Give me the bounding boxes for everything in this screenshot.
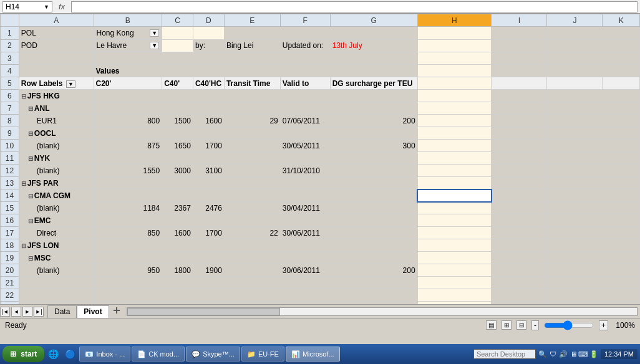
cell-C7[interactable] bbox=[162, 102, 193, 115]
cell-J2[interactable] bbox=[547, 39, 603, 52]
cell-E4[interactable] bbox=[224, 65, 280, 77]
cell-C1[interactable] bbox=[162, 27, 193, 40]
cell-D11[interactable] bbox=[193, 152, 224, 165]
cell-I23[interactable] bbox=[492, 302, 547, 305]
cell-B14[interactable] bbox=[94, 189, 162, 202]
cell-B17[interactable]: 850 bbox=[94, 227, 162, 239]
cell-J3[interactable] bbox=[547, 52, 603, 65]
cell-D7[interactable] bbox=[193, 102, 224, 115]
cell-K17[interactable] bbox=[603, 227, 640, 239]
cell-J9[interactable] bbox=[547, 127, 603, 140]
cell-G3[interactable] bbox=[330, 52, 417, 65]
cell-A16[interactable]: ⊟EMC bbox=[19, 214, 94, 227]
cell-E7[interactable] bbox=[224, 102, 280, 115]
dropdown-icon-B1[interactable]: ▼ bbox=[150, 29, 159, 37]
cell-B18[interactable] bbox=[94, 239, 162, 252]
cell-K1[interactable] bbox=[603, 27, 640, 40]
cell-A14[interactable]: ⊟CMA CGM bbox=[19, 189, 94, 202]
cell-A22[interactable] bbox=[19, 289, 94, 302]
cell-J18[interactable] bbox=[547, 239, 603, 252]
cell-I10[interactable] bbox=[492, 140, 547, 152]
cell-J11[interactable] bbox=[547, 152, 603, 165]
tab-prev-btn[interactable]: ◄ bbox=[11, 307, 21, 317]
cell-E3[interactable] bbox=[224, 52, 280, 65]
cell-A11[interactable]: ⊟NYK bbox=[19, 152, 94, 165]
cell-B9[interactable] bbox=[94, 127, 162, 140]
cell-D20[interactable]: 1900 bbox=[193, 264, 224, 277]
cell-H9[interactable] bbox=[417, 127, 492, 140]
cell-C18[interactable] bbox=[162, 239, 193, 252]
cell-D23[interactable] bbox=[193, 302, 224, 305]
cell-K4[interactable] bbox=[603, 65, 640, 77]
cell-I22[interactable] bbox=[492, 289, 547, 302]
cell-C6[interactable] bbox=[162, 90, 193, 102]
cell-F7[interactable] bbox=[280, 102, 330, 115]
row-labels-filter-btn[interactable]: ▼ bbox=[66, 80, 75, 88]
cell-K3[interactable] bbox=[603, 52, 640, 65]
cell-D17[interactable]: 1700 bbox=[193, 227, 224, 239]
view-normal-btn[interactable]: ▤ bbox=[486, 320, 497, 330]
cell-E5[interactable]: Transit Time bbox=[224, 77, 280, 90]
cell-D2[interactable]: by: bbox=[193, 39, 224, 52]
cell-J14[interactable] bbox=[547, 189, 603, 202]
cell-A19[interactable]: ⊟MSC bbox=[19, 252, 94, 264]
cell-F15[interactable]: 30/04/2011 bbox=[280, 202, 330, 214]
cell-K22[interactable] bbox=[603, 289, 640, 302]
cell-F9[interactable] bbox=[280, 127, 330, 140]
cell-B4[interactable]: Values bbox=[94, 65, 162, 77]
cell-A23[interactable] bbox=[19, 302, 94, 305]
cell-I19[interactable] bbox=[492, 252, 547, 264]
cell-C21[interactable] bbox=[162, 277, 193, 289]
cell-F5[interactable]: Valid to bbox=[280, 77, 330, 90]
cell-K15[interactable] bbox=[603, 202, 640, 214]
cell-C12[interactable]: 3000 bbox=[162, 165, 193, 177]
dropdown-icon-B2[interactable]: ▼ bbox=[150, 42, 159, 49]
cell-K13[interactable] bbox=[603, 177, 640, 189]
cell-C22[interactable] bbox=[162, 289, 193, 302]
cell-B11[interactable] bbox=[94, 152, 162, 165]
cell-J19[interactable] bbox=[547, 252, 603, 264]
cell-G5[interactable]: DG surcharge per TEU bbox=[330, 77, 417, 90]
cell-E22[interactable] bbox=[224, 289, 280, 302]
cell-K18[interactable] bbox=[603, 239, 640, 252]
cell-I8[interactable] bbox=[492, 115, 547, 127]
cell-H3[interactable] bbox=[417, 52, 492, 65]
cell-D9[interactable] bbox=[193, 127, 224, 140]
cell-A20[interactable]: (blank) bbox=[19, 264, 94, 277]
cell-H21[interactable] bbox=[417, 277, 492, 289]
cell-J1[interactable] bbox=[547, 27, 603, 40]
zoom-minus[interactable]: - bbox=[531, 320, 539, 330]
cell-D6[interactable] bbox=[193, 90, 224, 102]
cell-F12[interactable]: 31/10/2010 bbox=[280, 165, 330, 177]
cell-B1[interactable]: Hong Kong ▼ bbox=[94, 27, 162, 39]
cell-F1[interactable] bbox=[280, 27, 330, 40]
cell-G11[interactable] bbox=[330, 152, 417, 165]
cell-I14[interactable] bbox=[492, 189, 547, 202]
cell-B2[interactable]: Le Havre ▼ bbox=[94, 39, 162, 52]
cell-C10[interactable]: 1650 bbox=[162, 140, 193, 152]
cell-F23[interactable] bbox=[280, 302, 330, 305]
zoom-plus[interactable]: + bbox=[599, 320, 608, 330]
view-page-btn[interactable]: ⊟ bbox=[516, 320, 526, 330]
cell-E2[interactable]: Bing Lei bbox=[224, 39, 280, 52]
cell-A1[interactable]: POL bbox=[19, 27, 94, 40]
cell-G18[interactable] bbox=[330, 239, 417, 252]
cell-E6[interactable] bbox=[224, 90, 280, 102]
cell-F2[interactable]: Updated on: bbox=[280, 39, 330, 52]
cell-H5[interactable] bbox=[417, 77, 492, 90]
cell-G4[interactable] bbox=[330, 65, 417, 77]
cell-C9[interactable] bbox=[162, 127, 193, 140]
cell-K7[interactable] bbox=[603, 102, 640, 115]
cell-H18[interactable] bbox=[417, 239, 492, 252]
cell-H17[interactable] bbox=[417, 227, 492, 239]
col-header-I[interactable]: I bbox=[492, 14, 547, 27]
col-header-F[interactable]: F bbox=[280, 14, 330, 27]
col-header-A[interactable]: A bbox=[19, 14, 94, 27]
cell-E12[interactable] bbox=[224, 165, 280, 177]
cell-G12[interactable] bbox=[330, 165, 417, 177]
cell-J10[interactable] bbox=[547, 140, 603, 152]
tab-last-btn[interactable]: ►| bbox=[34, 307, 44, 317]
name-box-dropdown[interactable]: ▼ bbox=[44, 4, 49, 10]
cell-K21[interactable] bbox=[603, 277, 640, 289]
cell-H1[interactable] bbox=[417, 27, 492, 40]
